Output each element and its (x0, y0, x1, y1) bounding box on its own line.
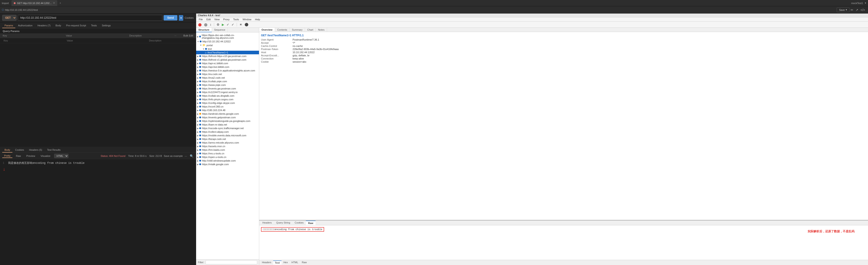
menu-view[interactable]: View (213, 18, 222, 22)
format-select[interactable]: HTML (54, 154, 68, 158)
save-example-button[interactable]: Save as example (164, 155, 183, 157)
resp-tab-headers[interactable]: Headers (260, 221, 274, 225)
tree-item[interactable]: ▶ https://bam-nr-data.net (196, 123, 259, 126)
tab-authorization[interactable]: Authorization (16, 23, 35, 28)
moon-button[interactable]: ⚫ (244, 22, 249, 27)
checkmark2-button[interactable]: ✓ (231, 22, 235, 27)
tree-item[interactable]: ▶ https://o1224473.ingest.sentry.io (196, 90, 259, 94)
format-preview[interactable]: Preview (25, 154, 37, 158)
tree-item[interactable]: ▼ text (196, 47, 259, 51)
resp-tab-cookies[interactable]: Cookies (292, 221, 306, 225)
tree-item[interactable]: ▶ https://mobile.events.data.microsoft.c… (196, 134, 259, 137)
tree-item[interactable]: ▶ https://vconf.360.cn (196, 105, 259, 108)
filter-input[interactable] (206, 260, 257, 264)
send-button[interactable]: Send (164, 15, 177, 21)
start-button[interactable]: ▶ (221, 22, 225, 27)
request-tab[interactable]: GET http://10.10.192.44:1202... ✕ (11, 0, 57, 6)
resp-tab-query-string[interactable]: Query String (274, 221, 292, 225)
menu-edit[interactable]: Edit (205, 18, 213, 22)
tab-headers[interactable]: Headers (7) (35, 23, 53, 28)
tree-item[interactable]: ▼ 📁 portal (196, 43, 259, 47)
tree-item[interactable]: ▶ https://lipps-doc-we-collab.cn-zhangji… (196, 33, 259, 40)
btm-tab-text[interactable]: Text (273, 261, 282, 265)
body-tab-test-results[interactable]: Test Results (45, 147, 63, 153)
btm-tab-html[interactable]: HTML (290, 261, 300, 265)
tree-item[interactable]: ▶ https://collect.alipay.com (196, 130, 259, 134)
cookies-button[interactable]: Cookies (185, 16, 194, 19)
tree-item[interactable]: ▶ https://events.gw.postman.com (196, 87, 259, 90)
param-value-input[interactable] (66, 39, 99, 42)
share-icon-button[interactable]: ↗ (855, 8, 860, 12)
send-arrow-button[interactable]: ▾ (179, 15, 183, 21)
tree-item[interactable]: ▶ https://api.live.bilibili.com (196, 65, 259, 69)
format-raw[interactable]: Raw (14, 154, 23, 158)
tree-item[interactable]: ▶ https://config.edge-skype.com (196, 101, 259, 105)
search-body-button[interactable]: 🔍 (190, 154, 194, 158)
record-stop-button[interactable]: ⬤ (197, 22, 203, 27)
format-pretty[interactable]: Pretty (2, 154, 12, 158)
tree-item[interactable]: ▶ https://ev.csdn.net (196, 72, 259, 76)
tree-item-selected[interactable]: ▷ /test?testName1=1 (196, 51, 259, 54)
edit-icon-button[interactable]: ✏ (849, 8, 855, 12)
tree-item[interactable]: ▶ https://android.clients.google.com (196, 112, 259, 115)
structure-tab[interactable]: Structure (196, 28, 212, 32)
detail-tab-notes[interactable]: Notes (316, 28, 327, 32)
tab-add-button[interactable]: + (58, 1, 62, 5)
tree-item[interactable]: ▶ https://hm.baidu.com (196, 148, 259, 152)
body-tab-headers[interactable]: Headers (5) (27, 147, 44, 153)
tree-item[interactable]: ▶ http://ctldl.windowsupdate.com (196, 159, 259, 163)
tree-item[interactable]: ▶ https://bifrost-https-v10.gw.postman.c… (196, 54, 259, 58)
tree-item[interactable]: ▶ https://assets.msn.cn (196, 144, 259, 148)
body-more-button[interactable]: ··· (185, 154, 187, 158)
tree-item[interactable]: ▼ http://10.10.192.44:12022 (196, 40, 259, 43)
tree-item[interactable]: ▶ https://arms-retcode.aliyuncs.com (196, 141, 259, 144)
sequence-tab[interactable]: Sequence (212, 28, 228, 32)
tree-item[interactable]: ▶ https://vscode-sync.trafficmanager.net (196, 126, 259, 130)
tree-item[interactable]: ▶ https://bizapi.csdn.net (196, 137, 259, 141)
tree-item[interactable]: ▶ https://info.pinyin.sogou.com (196, 98, 259, 101)
detail-tab-summary[interactable]: Summary (290, 28, 305, 32)
save-button[interactable]: Save ▾ (837, 7, 849, 12)
sun-button[interactable]: ☀ (239, 22, 243, 27)
btm-tab-hex[interactable]: Hex (281, 261, 290, 265)
tree-item[interactable]: ▶ https://res.u-tools.cn (196, 152, 259, 155)
import-button[interactable]: Import (2, 2, 9, 4)
param-desc-input[interactable] (148, 39, 181, 42)
tab-close-icon[interactable]: ✕ (53, 2, 55, 4)
tree-item[interactable]: ▶ https://open.u-tools.cn (196, 155, 259, 159)
tree-item[interactable]: ▶ https://collab.yiqie.com (196, 79, 259, 83)
tree-item[interactable]: ▶ https://bifrost-v1-global.gw.postman.c… (196, 58, 259, 62)
clear-button[interactable]: ⬤ (203, 22, 208, 27)
bulk-edit-button[interactable]: Bulk Edit (183, 34, 193, 37)
tab-pre-request-script[interactable]: Pre-request Script (64, 23, 88, 28)
tab-tests[interactable]: Tests (89, 23, 99, 28)
check-button[interactable]: ✓ (226, 22, 230, 27)
tree-item[interactable]: ▶ https://www.yiqie.com (196, 83, 259, 87)
settings-button[interactable]: ⚙ (216, 22, 220, 27)
tab-settings[interactable]: Settings (100, 23, 113, 28)
url-input[interactable] (18, 15, 162, 21)
menu-tools[interactable]: Tools (231, 18, 241, 22)
method-select[interactable]: GET (2, 15, 17, 21)
code-icon-button[interactable]: </> (860, 8, 866, 12)
menu-window[interactable]: Window (241, 18, 253, 22)
tree-item[interactable]: ▶ https://optimizationguide-pa.googleapi… (196, 119, 259, 123)
detail-tab-overview[interactable]: Overview (259, 28, 275, 32)
detail-tab-contents[interactable]: Contents (275, 28, 290, 32)
tree-item[interactable]: ▶ https://eva2.csdn.net (196, 76, 259, 79)
tree-item[interactable]: ▶ https://westus-0.in.applicationinsight… (196, 69, 259, 72)
tab-body[interactable]: Body (53, 23, 63, 28)
menu-proxy[interactable]: Proxy (221, 18, 231, 22)
detail-tab-chart[interactable]: Chart (305, 28, 316, 32)
tree-item[interactable]: ▶ https://events.getpostman.com (196, 115, 259, 119)
menu-help[interactable]: Help (253, 18, 262, 22)
format-visualize[interactable]: Visualize (39, 154, 52, 158)
tab-params[interactable]: Params (2, 23, 15, 28)
tree-item[interactable]: ▶ https://collab-ws.dingtalk.com (196, 94, 259, 98)
body-tab-cookies[interactable]: Cookies (13, 147, 26, 153)
resp-tab-raw[interactable]: Raw (306, 221, 315, 225)
tree-item[interactable]: ▶ https://api-vc.bilibili.com (196, 62, 259, 65)
scroll-button[interactable]: ↕ (209, 22, 212, 27)
btm-tab-raw[interactable]: Raw (300, 261, 309, 265)
tree-item[interactable]: ▶ http://180.163.224.48 (196, 108, 259, 112)
